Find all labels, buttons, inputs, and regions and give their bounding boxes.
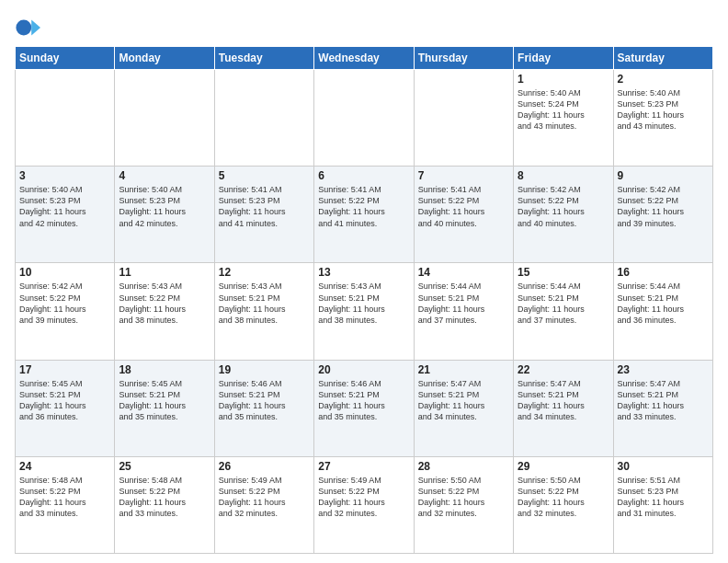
day-detail: Sunrise: 5:48 AM Sunset: 5:22 PM Dayligh… xyxy=(119,475,210,520)
day-number: 18 xyxy=(119,363,210,376)
day-number: 19 xyxy=(219,363,310,376)
day-number: 26 xyxy=(219,460,310,473)
day-detail: Sunrise: 5:49 AM Sunset: 5:22 PM Dayligh… xyxy=(219,475,310,520)
day-detail: Sunrise: 5:40 AM Sunset: 5:23 PM Dayligh… xyxy=(618,87,709,132)
svg-point-0 xyxy=(16,20,31,36)
day-detail: Sunrise: 5:40 AM Sunset: 5:23 PM Dayligh… xyxy=(19,184,110,229)
day-number: 21 xyxy=(418,363,509,376)
day-detail: Sunrise: 5:51 AM Sunset: 5:23 PM Dayligh… xyxy=(618,475,709,520)
day-number: 13 xyxy=(318,266,409,279)
day-detail: Sunrise: 5:44 AM Sunset: 5:21 PM Dayligh… xyxy=(618,281,709,326)
calendar-header-row: SundayMondayTuesdayWednesdayThursdayFrid… xyxy=(16,47,713,70)
day-number: 4 xyxy=(119,169,210,182)
day-detail: Sunrise: 5:41 AM Sunset: 5:23 PM Dayligh… xyxy=(219,184,310,229)
calendar: SundayMondayTuesdayWednesdayThursdayFrid… xyxy=(15,46,713,554)
day-number: 11 xyxy=(119,266,210,279)
day-detail: Sunrise: 5:40 AM Sunset: 5:23 PM Dayligh… xyxy=(119,184,210,229)
calendar-cell xyxy=(214,70,313,167)
day-number: 5 xyxy=(219,169,310,182)
calendar-cell: 19Sunrise: 5:46 AM Sunset: 5:21 PM Dayli… xyxy=(214,360,313,456)
calendar-cell: 27Sunrise: 5:49 AM Sunset: 5:22 PM Dayli… xyxy=(314,456,414,553)
day-number: 29 xyxy=(518,460,609,473)
day-number: 3 xyxy=(19,169,110,182)
svg-marker-1 xyxy=(31,20,40,36)
day-detail: Sunrise: 5:42 AM Sunset: 5:22 PM Dayligh… xyxy=(518,184,609,229)
calendar-week-row: 1Sunrise: 5:40 AM Sunset: 5:24 PM Daylig… xyxy=(16,70,713,167)
day-detail: Sunrise: 5:50 AM Sunset: 5:22 PM Dayligh… xyxy=(518,475,609,520)
calendar-cell: 20Sunrise: 5:46 AM Sunset: 5:21 PM Dayli… xyxy=(314,360,414,456)
logo xyxy=(15,15,44,40)
calendar-cell xyxy=(314,70,414,167)
weekday-header: Saturday xyxy=(613,47,712,70)
calendar-cell: 30Sunrise: 5:51 AM Sunset: 5:23 PM Dayli… xyxy=(613,456,712,553)
day-number: 14 xyxy=(418,266,509,279)
calendar-cell: 25Sunrise: 5:48 AM Sunset: 5:22 PM Dayli… xyxy=(115,456,214,553)
day-number: 2 xyxy=(618,73,709,86)
logo-icon xyxy=(15,15,40,40)
calendar-cell: 17Sunrise: 5:45 AM Sunset: 5:21 PM Dayli… xyxy=(16,360,115,456)
calendar-cell: 21Sunrise: 5:47 AM Sunset: 5:21 PM Dayli… xyxy=(414,360,513,456)
calendar-cell: 29Sunrise: 5:50 AM Sunset: 5:22 PM Dayli… xyxy=(514,456,613,553)
calendar-cell: 8Sunrise: 5:42 AM Sunset: 5:22 PM Daylig… xyxy=(514,167,613,263)
day-number: 20 xyxy=(318,363,409,376)
day-detail: Sunrise: 5:40 AM Sunset: 5:24 PM Dayligh… xyxy=(518,87,609,132)
day-number: 23 xyxy=(618,363,709,376)
calendar-cell: 16Sunrise: 5:44 AM Sunset: 5:21 PM Dayli… xyxy=(613,263,712,360)
day-number: 15 xyxy=(518,266,609,279)
weekday-header: Friday xyxy=(514,47,613,70)
day-detail: Sunrise: 5:45 AM Sunset: 5:21 PM Dayligh… xyxy=(19,378,110,423)
calendar-week-row: 10Sunrise: 5:42 AM Sunset: 5:22 PM Dayli… xyxy=(16,263,713,360)
day-detail: Sunrise: 5:43 AM Sunset: 5:21 PM Dayligh… xyxy=(219,281,310,326)
calendar-cell: 1Sunrise: 5:40 AM Sunset: 5:24 PM Daylig… xyxy=(514,70,613,167)
calendar-cell: 11Sunrise: 5:43 AM Sunset: 5:22 PM Dayli… xyxy=(115,263,214,360)
day-number: 27 xyxy=(318,460,409,473)
calendar-cell: 15Sunrise: 5:44 AM Sunset: 5:21 PM Dayli… xyxy=(514,263,613,360)
day-number: 16 xyxy=(618,266,709,279)
day-detail: Sunrise: 5:46 AM Sunset: 5:21 PM Dayligh… xyxy=(318,378,409,423)
day-number: 17 xyxy=(19,363,110,376)
day-detail: Sunrise: 5:44 AM Sunset: 5:21 PM Dayligh… xyxy=(418,281,509,326)
day-detail: Sunrise: 5:43 AM Sunset: 5:22 PM Dayligh… xyxy=(119,281,210,326)
calendar-cell xyxy=(414,70,513,167)
day-detail: Sunrise: 5:42 AM Sunset: 5:22 PM Dayligh… xyxy=(19,281,110,326)
calendar-cell: 22Sunrise: 5:47 AM Sunset: 5:21 PM Dayli… xyxy=(514,360,613,456)
calendar-week-row: 3Sunrise: 5:40 AM Sunset: 5:23 PM Daylig… xyxy=(16,167,713,263)
calendar-cell: 28Sunrise: 5:50 AM Sunset: 5:22 PM Dayli… xyxy=(414,456,513,553)
day-number: 28 xyxy=(418,460,509,473)
day-detail: Sunrise: 5:49 AM Sunset: 5:22 PM Dayligh… xyxy=(318,475,409,520)
page: SundayMondayTuesdayWednesdayThursdayFrid… xyxy=(0,0,728,563)
calendar-cell xyxy=(16,70,115,167)
calendar-week-row: 24Sunrise: 5:48 AM Sunset: 5:22 PM Dayli… xyxy=(16,456,713,553)
day-number: 10 xyxy=(19,266,110,279)
calendar-cell: 10Sunrise: 5:42 AM Sunset: 5:22 PM Dayli… xyxy=(16,263,115,360)
day-detail: Sunrise: 5:43 AM Sunset: 5:21 PM Dayligh… xyxy=(318,281,409,326)
header xyxy=(15,11,713,40)
day-number: 25 xyxy=(119,460,210,473)
day-detail: Sunrise: 5:45 AM Sunset: 5:21 PM Dayligh… xyxy=(119,378,210,423)
day-detail: Sunrise: 5:41 AM Sunset: 5:22 PM Dayligh… xyxy=(318,184,409,229)
calendar-cell: 12Sunrise: 5:43 AM Sunset: 5:21 PM Dayli… xyxy=(214,263,313,360)
day-detail: Sunrise: 5:50 AM Sunset: 5:22 PM Dayligh… xyxy=(418,475,509,520)
weekday-header: Tuesday xyxy=(214,47,313,70)
calendar-cell: 24Sunrise: 5:48 AM Sunset: 5:22 PM Dayli… xyxy=(16,456,115,553)
day-number: 8 xyxy=(518,169,609,182)
calendar-cell: 5Sunrise: 5:41 AM Sunset: 5:23 PM Daylig… xyxy=(214,167,313,263)
calendar-cell: 13Sunrise: 5:43 AM Sunset: 5:21 PM Dayli… xyxy=(314,263,414,360)
day-detail: Sunrise: 5:46 AM Sunset: 5:21 PM Dayligh… xyxy=(219,378,310,423)
day-detail: Sunrise: 5:47 AM Sunset: 5:21 PM Dayligh… xyxy=(518,378,609,423)
day-number: 24 xyxy=(19,460,110,473)
calendar-cell: 23Sunrise: 5:47 AM Sunset: 5:21 PM Dayli… xyxy=(613,360,712,456)
day-number: 1 xyxy=(518,73,609,86)
calendar-week-row: 17Sunrise: 5:45 AM Sunset: 5:21 PM Dayli… xyxy=(16,360,713,456)
calendar-cell: 18Sunrise: 5:45 AM Sunset: 5:21 PM Dayli… xyxy=(115,360,214,456)
calendar-cell: 2Sunrise: 5:40 AM Sunset: 5:23 PM Daylig… xyxy=(613,70,712,167)
day-detail: Sunrise: 5:47 AM Sunset: 5:21 PM Dayligh… xyxy=(418,378,509,423)
day-detail: Sunrise: 5:42 AM Sunset: 5:22 PM Dayligh… xyxy=(618,184,709,229)
calendar-cell: 26Sunrise: 5:49 AM Sunset: 5:22 PM Dayli… xyxy=(214,456,313,553)
day-number: 7 xyxy=(418,169,509,182)
calendar-cell: 14Sunrise: 5:44 AM Sunset: 5:21 PM Dayli… xyxy=(414,263,513,360)
weekday-header: Wednesday xyxy=(314,47,414,70)
weekday-header: Sunday xyxy=(16,47,115,70)
day-number: 22 xyxy=(518,363,609,376)
day-detail: Sunrise: 5:41 AM Sunset: 5:22 PM Dayligh… xyxy=(418,184,509,229)
